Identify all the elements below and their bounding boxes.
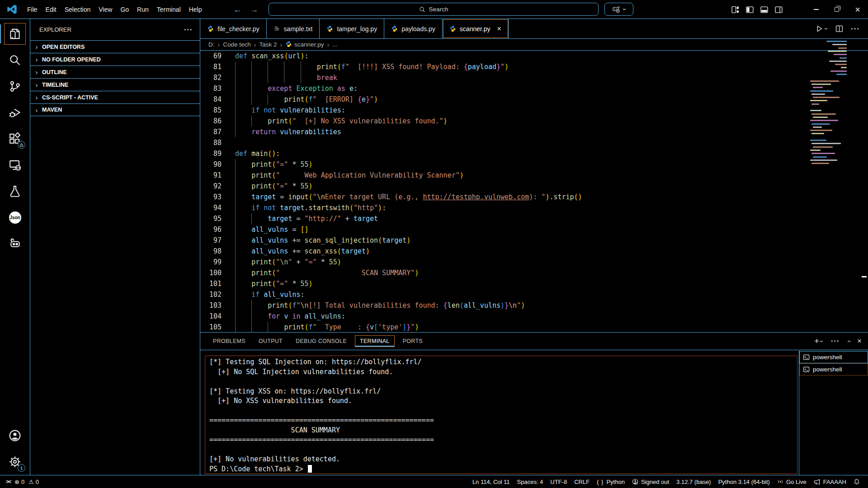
minimap-line [810,120,838,121]
sidebar-section-cs-script-active[interactable]: ›CS-SCRIPT - ACTIVE [30,91,200,103]
panel-tab-terminal[interactable]: TERMINAL [355,335,395,347]
terminal-instance-powershell[interactable]: powershell [799,363,868,375]
code-text: if not vulnerabilities: [235,105,345,116]
toggle-primary-sidebar-icon[interactable] [746,6,754,14]
status-item-bell[interactable] [850,479,863,485]
toggle-panel-icon[interactable] [760,6,768,14]
code-line: 102 if all_vulns: [200,289,868,300]
terminal-profile-dropdown-icon[interactable]: › [819,340,826,343]
editor-more-actions-icon[interactable]: ··· [851,24,860,33]
status-item-faaaah[interactable]: FAAAAH [810,479,850,485]
search-icon [419,6,425,13]
menu-go[interactable]: Go [116,0,133,19]
source-control-icon[interactable] [4,75,26,97]
minimap[interactable] [809,41,848,169]
status-item-python[interactable]: { }Python [593,479,628,485]
panel-tab-problems[interactable]: PROBLEMS [208,335,250,347]
status-item-spaces-4[interactable]: Spaces: 4 [514,479,547,485]
close-tab-icon[interactable]: × [497,25,501,33]
breadcrumb-item[interactable]: D: [208,41,215,48]
status-label: Signed out [641,479,669,485]
terminal-instance-powershell[interactable]: powershell [799,351,868,363]
status-item-signed-out[interactable]: Signed out [628,479,673,485]
remote-explorer-icon[interactable] [4,154,26,176]
sidebar-section-open-editors[interactable]: ›OPEN EDITORS [30,40,200,53]
account-icon[interactable] [4,425,26,446]
tab-file_checker.py[interactable]: file_checker.py [200,19,267,38]
status-item-crlf[interactable]: CRLF [571,479,593,485]
breadcrumb-item[interactable]: Code tech [223,41,251,48]
code-line: 90 print("=" * 55) [200,159,868,170]
status-label: Spaces: 4 [517,479,543,485]
activity-bar: Json [0,19,30,475]
problems-indicator[interactable]: ⊗ 0 ⚠ 0 [14,479,39,485]
nav-back-icon[interactable]: ← [233,0,241,19]
menu-terminal[interactable]: Terminal [153,0,185,19]
tab-payloads.py[interactable]: payloads.py [384,19,443,38]
sidebar-section-timeline[interactable]: ›TIMELINE [30,78,200,91]
explorer-icon[interactable] [4,23,26,45]
menu-edit[interactable]: Edit [42,0,61,19]
menu-run[interactable]: Run [133,0,153,19]
status-item-go-live[interactable]: Go Live [774,479,810,485]
restore-button[interactable] [826,0,847,19]
status-item-utf-8[interactable]: UTF-8 [547,479,571,485]
menu-file[interactable]: File [23,0,42,19]
run-python-button[interactable]: › [816,25,828,33]
run-dropdown-icon[interactable]: › [823,28,830,30]
breadcrumb-item[interactable]: Task 2 [259,41,277,48]
toggle-secondary-sidebar-icon[interactable] [775,6,783,14]
megaphone-icon [814,479,821,485]
extensions-icon[interactable] [4,128,26,150]
line-number: 88 [200,137,222,148]
panel-tab-ports[interactable]: PORTS [398,335,428,347]
panel-more-actions-icon[interactable]: ··· [831,337,840,345]
status-item-ln-114-col-11[interactable]: Ln 114, Col 11 [469,479,514,485]
panel-tab-debug-console[interactable]: DEBUG CONSOLE [291,335,352,347]
new-terminal-button[interactable]: +› [814,336,823,346]
menu-bar: FileEditSelectionViewGoRunTerminalHelp [23,0,206,19]
code-line: 94 if not target.startswith("http"): [200,202,868,213]
customize-layout-icon[interactable] [731,6,739,14]
maximize-panel-icon[interactable]: › [845,340,852,343]
code-editor[interactable]: 69def scan_xss(url): 81 print(f" [!!!] X… [200,51,868,332]
menu-selection[interactable]: Selection [61,0,95,19]
menu-view[interactable]: View [94,0,116,19]
terminal-output[interactable]: [*] Testing SQL Injection on: https://bo… [205,356,797,474]
json-extension-icon[interactable]: Json [4,206,26,228]
code-text: print(" [+] No XSS vulnerabilities found… [235,116,448,127]
close-button[interactable]: × [847,0,868,19]
search-view-icon[interactable] [4,49,26,71]
sidebar-more-actions-icon[interactable]: ··· [184,26,193,34]
status-item-python-3-14-64-bit-[interactable]: Python 3.14 (64-bit) [715,479,774,485]
menu-help[interactable]: Help [185,0,206,19]
sidebar-section-outline[interactable]: ›OUTLINE [30,66,200,78]
title-bar: FileEditSelectionViewGoRunTerminalHelp ←… [0,0,868,19]
terminal-instance-label: powershell [813,366,842,373]
breadcrumb-label: ... [332,41,337,48]
assistant-extension-icon[interactable] [4,233,26,254]
remote-indicator-icon[interactable]: >< [5,479,11,485]
settings-gear-icon[interactable]: 1 [4,451,26,473]
close-panel-icon[interactable]: × [857,337,862,346]
sidebar-section-maven[interactable]: ›MAVEN [30,103,200,116]
status-label: CRLF [574,479,590,485]
tab-tamper_log.py[interactable]: tamper_log.py [320,19,384,38]
tab-sample.txt[interactable]: sample.txt [267,19,320,38]
terminal-line: [+] No XSS vulnerabilities found. [209,396,793,406]
search-input[interactable]: Search [269,3,599,16]
status-item-3-12-7-base-[interactable]: 3.12.7 (base) [673,479,715,485]
split-editor-icon[interactable] [835,25,843,33]
nav-forward-icon[interactable]: → [250,0,258,19]
breadcrumb-item[interactable]: scanner.py [285,41,324,49]
breadcrumb-item[interactable]: ... [332,41,337,48]
minimize-button[interactable] [806,0,826,19]
panel-tab-output[interactable]: OUTPUT [254,335,288,347]
tab-scanner.py[interactable]: scanner.py× [443,19,509,38]
sidebar-section-no-folder-opened[interactable]: ›NO FOLDER OPENED [30,53,200,66]
testing-icon[interactable] [4,180,26,202]
code-line: 100 print(" SCAN SUMMARY") [200,267,868,278]
copilot-button[interactable]: › [604,3,633,16]
run-debug-icon[interactable] [4,102,26,123]
minimap-line [813,97,840,98]
